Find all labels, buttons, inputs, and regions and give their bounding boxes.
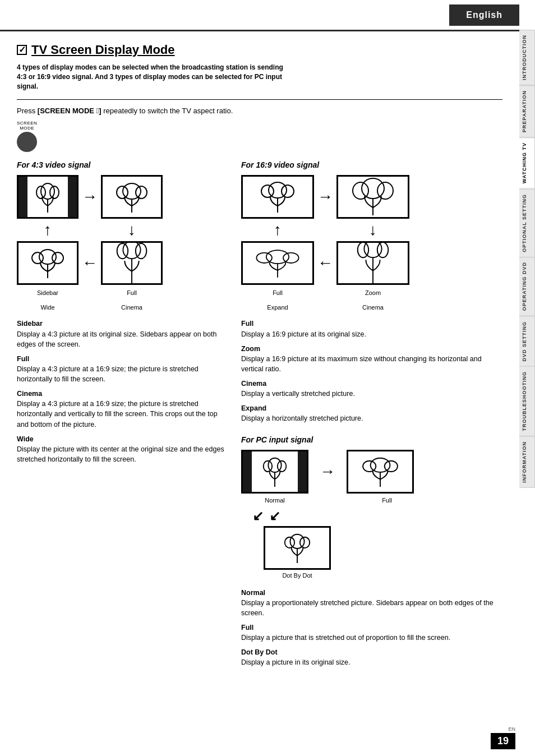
- desc-expand: Expand Display a horizontally stretched …: [241, 403, 502, 423]
- checkbox-icon: [17, 45, 27, 55]
- tab-watching-tv[interactable]: WATCHING TV: [519, 137, 535, 188]
- tulip-icon-dotbydot: [282, 532, 313, 564]
- svg-point-18: [282, 185, 294, 197]
- text-normal-pc: Display a proportionately stretched pict…: [241, 599, 494, 617]
- svg-point-42: [299, 537, 309, 547]
- main-content: TV Screen Display Mode 4 types of displa…: [0, 31, 519, 694]
- tulip-icon-normal-pc: [260, 455, 289, 488]
- arrow-right-169-top: →: [317, 188, 333, 206]
- arrow-left-bottom: ←: [82, 254, 98, 272]
- tab-information[interactable]: INFORMATION: [519, 436, 535, 488]
- term-wide: Wide: [17, 435, 34, 443]
- svg-point-40: [290, 534, 304, 548]
- tab-dvd-setting[interactable]: DVD SETTING: [519, 316, 535, 367]
- pc-diag-row2: [241, 526, 502, 570]
- mode-full-43-frame: [101, 175, 163, 219]
- label-normal-pc: Normal: [241, 497, 308, 504]
- mode-zoom-frame: [336, 175, 409, 219]
- arrow-left-169: ←: [317, 254, 333, 272]
- page-number: 19: [491, 733, 515, 749]
- labels-169: Full Zoom: [241, 289, 409, 296]
- arrow-right-top: →: [82, 188, 98, 206]
- label-zoom: Zoom: [336, 289, 409, 296]
- label-expand: Expand: [241, 304, 314, 311]
- right-tabs: INTRODUCTION PREPARATION WATCHING TV OPT…: [519, 30, 535, 488]
- label-full-pc: Full: [353, 497, 421, 504]
- svg-point-12: [123, 241, 140, 259]
- svg-point-9: [32, 252, 43, 264]
- label-full-43: Full: [101, 289, 163, 296]
- term-zoom: Zoom: [241, 345, 260, 353]
- svg-point-21: [353, 182, 368, 199]
- tulip-icon-zoom: [348, 175, 398, 219]
- desc-full-43: Full Display a 4:3 picture at a 16:9 siz…: [17, 354, 230, 384]
- term-expand: Expand: [241, 404, 266, 412]
- arrow-up-169: ↑: [274, 221, 282, 239]
- text-cinema-43: Display a 4:3 picture at a 16:9 size; th…: [17, 400, 218, 428]
- desc-dotbydot: Dot By Dot Display a picture in its orig…: [241, 647, 502, 667]
- svg-point-6: [136, 186, 147, 199]
- svg-point-22: [377, 182, 393, 199]
- label-cinema-169: Cinema: [336, 304, 409, 311]
- page-en-label: EN: [508, 726, 515, 732]
- language-badge: English: [449, 4, 519, 26]
- tulip-icon-full-169: [255, 180, 300, 214]
- tab-preparation[interactable]: PREPARATION: [519, 85, 535, 137]
- term-normal-pc: Normal: [241, 589, 265, 597]
- text-full-169: Display a 16:9 picture at its original s…: [241, 330, 366, 338]
- pc-labels-row1: Normal Full: [241, 497, 502, 504]
- svg-point-26: [283, 253, 298, 263]
- col-43: For 4:3 video signal: [17, 160, 230, 672]
- arrow-right-pc: →: [320, 463, 335, 481]
- svg-point-38: [385, 460, 398, 471]
- svg-point-33: [264, 460, 272, 471]
- title-text: TV Screen Display Mode: [31, 43, 175, 57]
- mode-cinema-169-frame: [336, 241, 409, 285]
- label-full-169: Full: [241, 289, 314, 296]
- svg-point-14: [136, 243, 147, 259]
- label-cinema-43: Cinema: [101, 304, 163, 311]
- svg-point-20: [362, 178, 384, 199]
- diagram-169: → ↑: [241, 175, 409, 285]
- tulip-icon-sidebar: [34, 180, 62, 214]
- svg-point-29: [358, 242, 369, 257]
- svg-point-10: [52, 252, 63, 264]
- desc-sidebar: Sidebar Display a 4:3 picture at its ori…: [17, 319, 230, 349]
- btn-circle: [17, 132, 37, 152]
- term-cinema-43: Cinema: [17, 390, 42, 398]
- signal-pc-title: For PC input signal: [241, 435, 502, 444]
- text-sidebar: Display a 4:3 picture at its original si…: [17, 330, 216, 348]
- diagram-43: → ↑: [17, 175, 163, 285]
- text-full-43: Display a 4:3 picture at a 16:9 size; th…: [17, 365, 199, 383]
- tulip-icon-wide: [27, 247, 69, 279]
- tab-operating-dvd[interactable]: OPERATING DVD: [519, 257, 535, 316]
- label-sidebar: Sidebar: [17, 289, 79, 296]
- text-cinema-169: Display a vertically stretched picture.: [241, 390, 355, 398]
- text-zoom: Display a 16:9 picture at its maximum si…: [241, 355, 482, 373]
- btn-label: SCREENMODE: [17, 121, 37, 131]
- pc-diag-arrows: ↙ ↙: [252, 508, 502, 524]
- label-dotbydot: Dot By Dot: [264, 572, 331, 579]
- label-wide: Wide: [17, 304, 79, 311]
- svg-point-34: [278, 460, 286, 471]
- desc-wide: Wide Display the picture with its center…: [17, 434, 230, 464]
- labels-169-bottom: Expand Cinema: [241, 304, 409, 311]
- pc-section: For PC input signal: [241, 435, 502, 668]
- labels-43: Sidebar Full: [17, 289, 163, 296]
- mode-sidebar-frame: [17, 175, 79, 219]
- press-instruction: Press [SCREEN MODE ] repeatedly to swit…: [17, 107, 502, 115]
- tab-introduction[interactable]: INTRODUCTION: [519, 30, 535, 85]
- tulip-icon-cinema-169: [350, 241, 395, 285]
- col-right: For 16:9 video signal: [241, 160, 502, 672]
- svg-point-41: [284, 537, 294, 547]
- pc-dotbydot-frame: [264, 526, 331, 570]
- tab-troubleshooting[interactable]: TROUBLESHOOTING: [519, 366, 535, 436]
- mode-wide-frame: [17, 241, 79, 285]
- arrow-down-169: ↓: [369, 221, 377, 239]
- svg-point-30: [377, 242, 389, 257]
- pc-normal-frame: [241, 450, 308, 494]
- tulip-icon-cinema-43: [112, 241, 151, 285]
- svg-point-25: [256, 253, 272, 263]
- tab-optional-setting[interactable]: OPTIONAL SETTING: [519, 189, 535, 257]
- desc-cinema-169: Cinema Display a vertically stretched pi…: [241, 379, 502, 399]
